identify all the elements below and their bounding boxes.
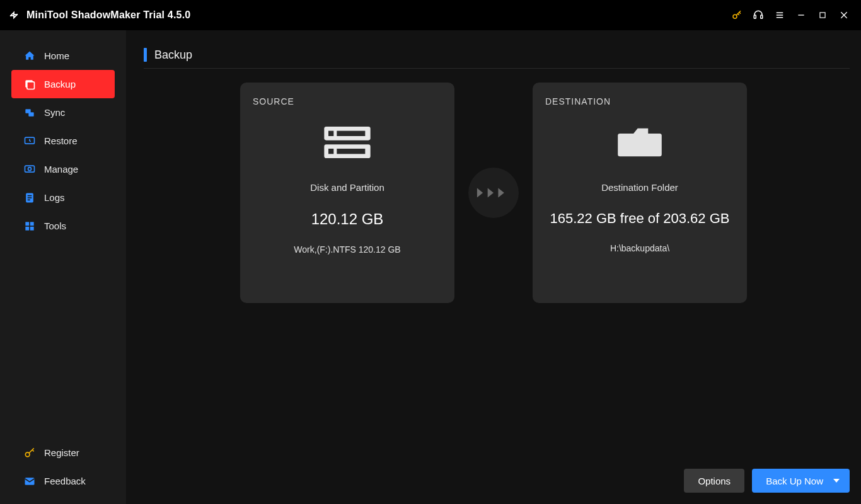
sidebar-item-label: Logs: [44, 192, 65, 203]
sidebar-item-label: Sync: [44, 107, 65, 118]
sidebar-item-home[interactable]: Home: [11, 42, 115, 70]
svg-rect-19: [28, 197, 32, 198]
backup-icon: [23, 77, 37, 91]
feedback-icon: [23, 474, 37, 488]
svg-rect-33: [618, 134, 662, 156]
svg-rect-21: [25, 222, 29, 226]
sidebar-item-label: Home: [44, 50, 69, 61]
menu-icon[interactable]: [769, 4, 790, 26]
destination-path: H:\backupdata\: [545, 243, 734, 253]
svg-rect-31: [328, 149, 333, 154]
cards-row: SOURCE Disk and Partition 120.12 GB Work…: [126, 83, 861, 303]
svg-rect-18: [28, 195, 32, 196]
app-title: MiniTool ShadowMaker Trial 4.5.0: [26, 9, 190, 21]
header-accent: [144, 48, 147, 62]
svg-rect-7: [820, 13, 825, 18]
sidebar-item-label: Manage: [44, 164, 78, 175]
source-size: 120.12 GB: [253, 210, 442, 228]
svg-rect-20: [28, 199, 30, 200]
destination-heading: DESTINATION: [545, 96, 734, 106]
svg-point-16: [28, 167, 32, 170]
app-body: Home Backup Sync Restore: [0, 30, 861, 504]
svg-rect-15: [25, 166, 35, 172]
sidebar-item-label: Backup: [44, 79, 76, 89]
disk-icon: [253, 120, 442, 164]
destination-free: 165.22 GB free of 203.62 GB: [545, 210, 734, 227]
sidebar-item-manage[interactable]: Manage: [11, 155, 115, 183]
register-key-icon: [23, 446, 37, 460]
sync-icon: [23, 106, 37, 120]
sidebar-item-backup[interactable]: Backup: [11, 70, 115, 98]
sidebar-item-register[interactable]: Register: [11, 438, 115, 467]
license-key-icon[interactable]: [726, 4, 748, 26]
sidebar-item-feedback[interactable]: Feedback: [11, 467, 115, 495]
svg-rect-29: [328, 131, 333, 136]
source-detail: Work,(F:).NTFS 120.12 GB: [253, 244, 442, 255]
footer-actions: Options Back Up Now: [684, 469, 850, 493]
dropdown-caret-icon[interactable]: [829, 469, 843, 493]
page-header: Backup: [144, 48, 850, 69]
home-icon: [23, 49, 37, 63]
sidebar-item-sync[interactable]: Sync: [11, 98, 115, 127]
options-button[interactable]: Options: [684, 469, 744, 493]
destination-card[interactable]: DESTINATION Destination Folder 165.22 GB…: [533, 83, 747, 303]
sidebar-item-restore[interactable]: Restore: [11, 127, 115, 155]
main-panel: Backup SOURCE Disk and Partition: [126, 30, 861, 504]
source-card[interactable]: SOURCE Disk and Partition 120.12 GB Work…: [240, 83, 454, 303]
svg-rect-1: [754, 15, 756, 18]
tools-icon: [23, 219, 37, 233]
manage-icon: [23, 163, 37, 176]
backup-now-button[interactable]: Back Up Now: [752, 469, 850, 493]
support-icon[interactable]: [748, 4, 769, 26]
destination-type: Destination Folder: [545, 182, 734, 193]
sidebar-item-tools[interactable]: Tools: [11, 212, 115, 240]
svg-rect-22: [30, 222, 34, 226]
restore-icon: [23, 134, 37, 148]
arrow-icon: [468, 168, 519, 218]
minimize-icon[interactable]: [790, 4, 812, 26]
svg-point-0: [733, 14, 737, 18]
sidebar: Home Backup Sync Restore: [0, 30, 126, 504]
page-title: Backup: [154, 49, 192, 62]
sidebar-bottom: Register Feedback: [0, 438, 126, 504]
logs-icon: [23, 191, 37, 205]
app-logo-icon: [6, 8, 21, 23]
sidebar-item-label: Register: [44, 447, 79, 458]
source-heading: SOURCE: [253, 96, 442, 106]
titlebar: MiniTool ShadowMaker Trial 4.5.0: [0, 0, 861, 30]
svg-rect-2: [761, 15, 763, 18]
sidebar-nav: Home Backup Sync Restore: [0, 42, 126, 240]
svg-rect-23: [25, 226, 29, 230]
sidebar-item-label: Restore: [44, 135, 78, 146]
svg-rect-32: [337, 149, 365, 154]
svg-rect-13: [28, 112, 33, 117]
source-type: Disk and Partition: [253, 182, 442, 193]
sidebar-item-logs[interactable]: Logs: [11, 183, 115, 212]
folder-icon: [545, 120, 734, 164]
svg-rect-30: [337, 131, 365, 136]
sidebar-item-label: Tools: [44, 220, 66, 231]
maximize-icon[interactable]: [812, 4, 833, 26]
sidebar-item-label: Feedback: [44, 476, 86, 486]
svg-point-25: [25, 452, 30, 457]
close-icon[interactable]: [833, 4, 855, 26]
svg-rect-11: [27, 81, 35, 89]
svg-rect-24: [30, 226, 34, 230]
backup-now-label: Back Up Now: [766, 476, 823, 486]
